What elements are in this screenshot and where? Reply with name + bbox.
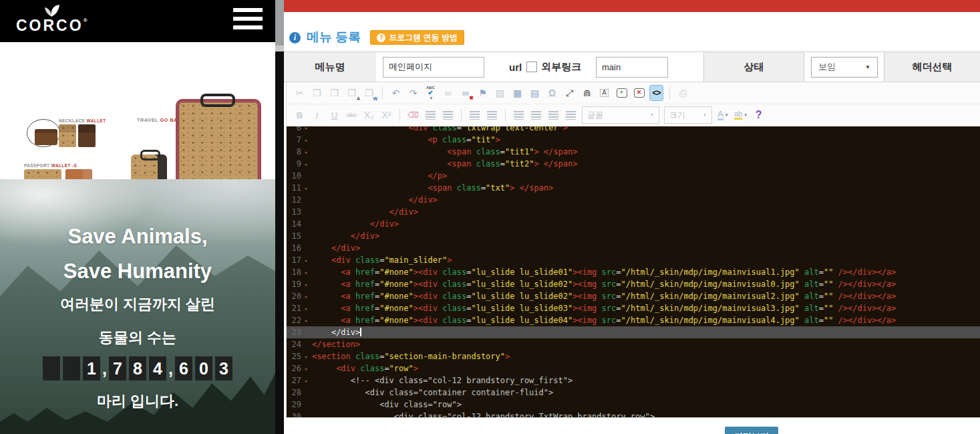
delete-comment-icon[interactable]: ✕ (633, 86, 645, 100)
external-link-checkbox[interactable] (526, 62, 537, 72)
scrollbar-thumb[interactable] (275, 0, 284, 45)
paste-text-icon[interactable]: ❒A (345, 86, 358, 100)
header-select-label: 헤더선택 (884, 52, 980, 82)
new-comment-icon[interactable]: + (615, 86, 628, 100)
chevron-down-icon: ▼ (865, 64, 870, 70)
hero-title-2: Save Humanity (0, 259, 275, 284)
italic-icon[interactable]: I (311, 108, 323, 122)
counter-digit: 1 (83, 356, 100, 381)
counter-separator: , (168, 359, 173, 378)
code-line-25: 25▾<section class="section-main-brandsto… (287, 350, 980, 362)
editor-toolbar-row1: ✂❐❒❒A❒W↶↷ABC✔▼∞∞✖⚑▨▦▤Ω⤢⋒A+✕<>⎙ (287, 82, 980, 104)
horizontal-rule-icon[interactable]: ▤ (528, 86, 541, 100)
url-input-cell (593, 52, 703, 82)
status-label: 상태 (703, 52, 804, 82)
bg-color-icon[interactable]: ab▼ (734, 108, 748, 122)
program-link-help-button[interactable]: ? 프로그램 연동 방법 (370, 30, 464, 45)
align-left-icon[interactable] (512, 108, 525, 122)
preview-button[interactable]: 미리보기 (725, 427, 778, 434)
site-preview-pane: CORCO® NECKLACE WALLET PASSPORT WALLET -… (0, 0, 275, 434)
pouch-image (35, 129, 57, 145)
paste-icon[interactable]: ❒ (328, 86, 341, 100)
cut-icon[interactable]: ✂ (293, 86, 306, 100)
find-icon[interactable]: ⋒ (581, 86, 593, 100)
menu-name-input[interactable] (383, 57, 484, 78)
size-select[interactable]: 크기▼ (664, 106, 712, 124)
url-cell: url 외부링크 (506, 52, 593, 82)
menu-name-label: 메뉴명 (284, 52, 376, 82)
code-line-22: 22▾ <a href="#none"><div class="lu_slide… (287, 314, 980, 326)
align-justify-icon[interactable] (564, 108, 577, 122)
toolbar-divider (399, 108, 400, 122)
code-line-26: 26▾ <div class="row"> (287, 362, 980, 374)
code-line-9: 9▾ <span class="tit2"> </span> (287, 158, 980, 170)
font-select[interactable]: 글꼴▼ (582, 106, 659, 124)
large-cork-bag-image (176, 99, 261, 179)
code-line-27: 27▾ <!-- <div class="col-12 brandstory_r… (287, 374, 980, 387)
corco-logo[interactable]: CORCO® (16, 4, 88, 33)
anchor-flag-icon[interactable]: ⚑ (476, 86, 489, 100)
code-line-17: 17▾ <div class="main_slider"> (287, 254, 980, 266)
copy-icon[interactable]: ❐ (311, 86, 323, 100)
subscript-icon[interactable]: X₂ (363, 108, 375, 122)
passport-wallet-leather-image (65, 169, 92, 179)
unordered-list-icon[interactable] (442, 108, 454, 122)
status-select[interactable]: 보임 ▼ (811, 57, 878, 78)
underline-icon[interactable]: U (328, 108, 341, 122)
counter-digit (43, 356, 60, 381)
menu-name-cell (376, 52, 506, 82)
unlink-icon[interactable]: ∞✖ (459, 86, 472, 100)
toolbar-divider (505, 108, 506, 122)
redo-icon[interactable]: ↷ (407, 86, 420, 100)
image-icon[interactable]: ▨ (494, 86, 506, 100)
hamburger-menu-icon[interactable] (233, 8, 263, 33)
print-icon[interactable]: ⎙ (677, 86, 689, 100)
code-line-20: 20▾ <a href="#none"><div class="lu_slide… (287, 290, 980, 302)
align-center-icon[interactable] (530, 108, 542, 122)
bold-icon[interactable]: B (293, 108, 306, 122)
ordered-list-icon[interactable] (424, 108, 437, 122)
code-line-21: 21▾ <a href="#none"><div class="lu_slide… (287, 302, 980, 314)
link-icon[interactable]: ∞ (442, 86, 454, 100)
strikethrough-icon[interactable]: abc (345, 108, 358, 122)
special-char-icon[interactable]: Ω (546, 86, 558, 100)
paste-word-icon[interactable]: ❒W (363, 86, 375, 100)
necklace-wallet-label: NECKLACE WALLET (59, 118, 106, 123)
align-right-icon[interactable] (547, 108, 560, 122)
url-input[interactable] (596, 57, 668, 78)
small-backpack-image (131, 154, 167, 179)
counter-digit (63, 356, 80, 381)
admin-pane: i 메뉴 등록 ? 프로그램 연동 방법 메뉴명 url 외부링크 상태 (284, 0, 980, 434)
code-line-28: 28 <div class="container container-fluid… (287, 387, 980, 399)
panel-header: i 메뉴 등록 ? 프로그램 연동 방법 (289, 29, 464, 46)
maximize-icon[interactable]: ⤢ (563, 86, 576, 100)
code-line-8: 8▾ <span class="tit1"> </span> (287, 146, 980, 158)
code-line-23: 23 </div> (287, 326, 980, 338)
preview-scrollbar[interactable] (275, 0, 284, 434)
outdent-icon[interactable] (468, 108, 481, 122)
table-icon[interactable]: ▦ (511, 86, 524, 100)
scrollbar-track[interactable] (275, 45, 284, 51)
status-value: 보임 (818, 61, 836, 73)
remove-format-icon[interactable]: ⌫ (407, 108, 420, 122)
source-code-area[interactable]: 6▾ <div class="txtwrap text-center">7▾ <… (287, 126, 980, 417)
passport-wallet-cork-image (24, 169, 61, 179)
code-line-14: 14 </div> (287, 218, 980, 230)
counter-digit: 6 (175, 356, 192, 381)
status-cell: 보임 ▼ (804, 52, 884, 82)
code-line-7: 7▾ <p class="tit"> (287, 134, 980, 146)
hero-section: Save Animals, Save Humanity 여러분이 지금까지 살린… (0, 179, 275, 434)
code-line-18: 18▾ <a href="#none"><div class="lu_slide… (287, 266, 980, 278)
code-line-24: 24</section> (287, 338, 980, 350)
superscript-icon[interactable]: X² (380, 108, 393, 122)
undo-icon[interactable]: ↶ (389, 86, 402, 100)
spellcheck-icon[interactable]: ABC✔▼ (424, 86, 437, 100)
source-button[interactable]: <> (650, 86, 663, 100)
page-title: 메뉴 등록 (307, 29, 361, 46)
text-color-icon[interactable]: A▼ (717, 108, 729, 122)
code-line-16: 16 </div> (287, 242, 980, 254)
product-slider: NECKLACE WALLET PASSPORT WALLET -S TRAVE… (0, 42, 275, 179)
indent-icon[interactable] (486, 108, 498, 122)
help-icon[interactable]: ? (752, 108, 765, 122)
select-all-icon[interactable]: A (598, 86, 611, 100)
